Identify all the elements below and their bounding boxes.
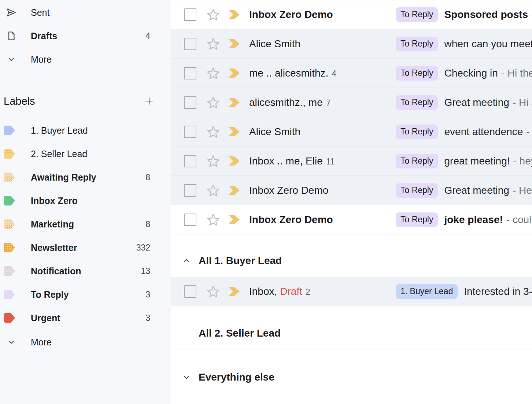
label-name: 2. Seller Lead [31, 149, 87, 159]
checkbox[interactable] [184, 184, 196, 197]
email-row[interactable]: Inbox Zero Demo To Reply Sponsored posts… [171, 0, 532, 29]
draft-icon [5, 30, 18, 42]
sender: Inbox Zero Demo [249, 185, 328, 196]
snippet: - could [506, 214, 532, 226]
sidebar-item-more[interactable]: More [0, 48, 171, 71]
sidebar-label-to-reply[interactable]: To Reply 3 [0, 283, 171, 306]
importance-marker-icon[interactable] [229, 156, 240, 166]
importance-marker-icon[interactable] [229, 127, 240, 136]
email-row[interactable]: Inbox, Draft 2 1. Buyer Lead Interested … [171, 277, 532, 306]
section-header-buyer-lead[interactable]: All 1. Buyer Lead [171, 234, 532, 277]
label-badge[interactable]: To Reply [396, 95, 438, 110]
star-icon[interactable] [206, 37, 221, 51]
checkbox[interactable] [184, 155, 196, 167]
star-icon[interactable] [206, 95, 221, 110]
checkbox[interactable] [184, 38, 196, 50]
thread-count: 2 [306, 287, 310, 297]
sidebar-label-awaiting-reply[interactable]: Awaiting Reply 8 [0, 166, 171, 189]
email-row[interactable]: me .. alicesmithz.4 To Reply Checking in… [171, 59, 532, 88]
sidebar-label-notification[interactable]: Notification 13 [0, 259, 171, 283]
label-badge[interactable]: To Reply [396, 183, 438, 198]
importance-marker-icon[interactable] [229, 98, 240, 107]
subject: Sponsored posts [444, 9, 528, 21]
label-count: 8 [145, 173, 150, 182]
label-name: Awaiting Reply [31, 172, 96, 183]
star-icon[interactable] [206, 284, 221, 299]
label-count: 332 [136, 243, 150, 253]
email-row[interactable]: Inbox .. me, Elie11 To Reply great meeti… [171, 147, 532, 176]
sidebar-item-sent[interactable]: Sent [0, 1, 171, 24]
email-list: Inbox Zero Demo To Reply Sponsored posts… [171, 0, 532, 404]
label-count: 3 [145, 313, 150, 323]
label-tag-icon [4, 219, 15, 229]
label-badge[interactable]: To Reply [396, 37, 438, 51]
subject: when can you meet [444, 38, 532, 50]
sidebar-item-label: More [31, 54, 52, 65]
subject: Checking in [444, 67, 498, 79]
snippet: - Hi ther [501, 67, 532, 79]
email-row[interactable]: alicesmithz., me7 To Reply Great meeting… [171, 88, 532, 117]
drafts-count: 4 [145, 31, 150, 41]
checkbox[interactable] [184, 96, 196, 109]
importance-marker-icon[interactable] [229, 215, 240, 224]
subject: joke please! [444, 214, 503, 226]
sidebar-item-label: Drafts [31, 31, 57, 41]
label-tag-icon [4, 266, 15, 276]
star-icon[interactable] [206, 7, 221, 22]
label-badge[interactable]: To Reply [396, 66, 438, 81]
chevron-down-icon [5, 53, 18, 66]
star-icon[interactable] [206, 154, 221, 168]
importance-marker-icon[interactable] [229, 186, 240, 195]
email-row[interactable]: Alice Smith To Reply event attendence- H [171, 117, 532, 147]
checkbox[interactable] [184, 126, 196, 138]
subject: Great meeting [444, 97, 509, 108]
sidebar-label-marketing[interactable]: Marketing 8 [0, 212, 171, 236]
sender: Inbox .. me, Elie [249, 155, 323, 167]
star-icon[interactable] [206, 125, 221, 139]
sidebar-label-seller-lead[interactable]: 2. Seller Lead [0, 142, 171, 166]
star-icon[interactable] [206, 66, 221, 81]
section-header-seller-lead[interactable]: All 2. Seller Lead [171, 306, 532, 349]
label-name: Notification [31, 266, 81, 277]
star-icon[interactable] [206, 212, 221, 227]
sender: Inbox Zero Demo [249, 9, 333, 21]
thread-count: 7 [326, 98, 331, 108]
checkbox[interactable] [184, 214, 196, 226]
sidebar-labels-more[interactable]: More [0, 330, 171, 354]
labels-header: Labels [0, 92, 171, 111]
checkbox[interactable] [184, 285, 196, 298]
importance-marker-icon[interactable] [229, 39, 240, 48]
sidebar-label-urgent[interactable]: Urgent 3 [0, 306, 171, 330]
checkbox[interactable] [184, 67, 196, 79]
label-badge[interactable]: To Reply [396, 154, 438, 168]
label-badge[interactable]: To Reply [396, 125, 438, 139]
chevron-down-icon [182, 373, 191, 382]
sidebar-label-buyer-lead[interactable]: 1. Buyer Lead [0, 119, 171, 142]
label-tag-icon [4, 173, 15, 182]
star-icon[interactable] [206, 183, 221, 198]
sidebar-label-newsletter[interactable]: Newsletter 332 [0, 236, 171, 259]
label-name: 1. Buyer Lead [31, 125, 88, 136]
label-badge[interactable]: To Reply [396, 7, 438, 22]
snippet: - hey [513, 155, 532, 167]
label-count: 3 [145, 290, 150, 300]
checkbox[interactable] [184, 8, 196, 21]
label-badge[interactable]: 1. Buyer Lead [396, 284, 458, 299]
sidebar-label-inbox-zero[interactable]: Inbox Zero [0, 189, 171, 212]
label-tag-icon [4, 149, 15, 159]
section-title: Everything else [199, 371, 274, 383]
subject: event attendence [444, 126, 523, 138]
label-badge[interactable]: To Reply [396, 212, 438, 227]
plus-icon[interactable] [143, 95, 155, 107]
importance-marker-icon[interactable] [229, 10, 240, 19]
snippet: - Hi J [513, 97, 532, 108]
section-header-everything-else[interactable]: Everything else [171, 349, 532, 394]
importance-marker-icon[interactable] [229, 68, 240, 78]
sidebar-item-drafts[interactable]: Drafts 4 [0, 24, 171, 48]
label-name: Marketing [31, 219, 74, 230]
email-row[interactable]: Alice Smith To Reply when can you meet [171, 29, 532, 59]
email-row[interactable]: Inbox Zero Demo To Reply joke please!- c… [171, 205, 532, 234]
sender: alicesmithz., me [249, 97, 323, 108]
importance-marker-icon[interactable] [229, 287, 240, 296]
email-row[interactable]: Inbox Zero Demo To Reply Great meeting- … [171, 176, 532, 205]
